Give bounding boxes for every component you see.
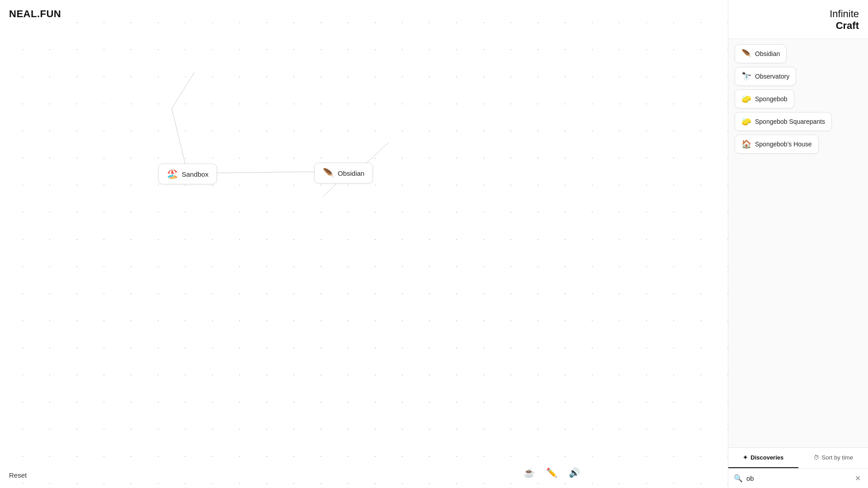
app-logo: NEAL.FUN <box>9 8 61 20</box>
sort-time-icon: ⏱ <box>813 454 819 461</box>
coffee-button[interactable]: ☕ <box>520 464 538 482</box>
observatory-label: Observatory <box>755 73 789 80</box>
reset-button[interactable]: Reset <box>9 471 27 479</box>
spongebob-squarepants-icon: 🧽 <box>741 117 751 127</box>
sidebar: Infinite Craft 🪶Obsidian🔭Observatory🧽Spo… <box>728 0 868 488</box>
sidebar-item-observatory[interactable]: 🔭Observatory <box>735 67 796 86</box>
sidebar-item-spongebob[interactable]: 🧽Spongebob <box>735 89 794 108</box>
spongebob-icon: 🧽 <box>741 94 751 104</box>
connector-lines <box>0 0 728 488</box>
sound-button[interactable]: 🔊 <box>565 464 583 482</box>
discoveries-icon: ✦ <box>743 454 748 461</box>
clear-search-button[interactable]: ✕ <box>853 473 863 483</box>
spongebob-squarepants-label: Spongebob Squarepants <box>755 118 825 125</box>
canvas-element-sandbox[interactable]: 🏖️ Sandbox <box>158 164 217 184</box>
search-bar: 🔍 ✕ <box>728 469 868 488</box>
craft-title: Infinite Craft <box>830 8 859 32</box>
obsidian-icon: 🪶 <box>741 49 751 59</box>
svg-line-0 <box>172 108 185 165</box>
tab-sort-by-time[interactable]: ⏱ Sort by time <box>798 448 868 468</box>
obsidian-canvas-label: Obsidian <box>338 169 364 177</box>
tab-discoveries[interactable]: ✦ Discoveries <box>728 448 798 468</box>
sidebar-item-spongebob-squarepants[interactable]: 🧽Spongebob Squarepants <box>735 112 832 131</box>
sidebar-item-spongebobs-house[interactable]: 🏠Spongebob's House <box>735 135 819 154</box>
tab-bar: ✦ Discoveries ⏱ Sort by time <box>728 448 868 469</box>
search-icon: 🔍 <box>734 474 743 483</box>
search-input[interactable] <box>746 474 849 482</box>
sandbox-icon: 🏖️ <box>167 169 178 179</box>
spongebobs-house-label: Spongebob's House <box>755 141 812 148</box>
svg-line-1 <box>172 72 194 108</box>
obsidian-label: Obsidian <box>755 50 780 57</box>
svg-line-3 <box>210 172 314 173</box>
spongebob-label: Spongebob <box>755 95 788 103</box>
brush-button[interactable]: ✏️ <box>542 464 561 482</box>
obsidian-canvas-icon: 🪶 <box>323 168 334 178</box>
bottom-toolbar: ☕ ✏️ 🔊 <box>520 464 583 482</box>
discoveries-label: Discoveries <box>750 454 783 461</box>
sort-time-label: Sort by time <box>822 454 853 461</box>
spongebobs-house-icon: 🏠 <box>741 139 751 149</box>
sidebar-header: Infinite Craft <box>728 0 868 39</box>
canvas-element-obsidian[interactable]: 🪶 Obsidian <box>314 163 373 183</box>
sidebar-bottom: ✦ Discoveries ⏱ Sort by time 🔍 ✕ <box>728 447 868 488</box>
sidebar-item-obsidian[interactable]: 🪶Obsidian <box>735 44 787 63</box>
observatory-icon: 🔭 <box>741 71 751 81</box>
items-list: 🪶Obsidian🔭Observatory🧽Spongebob🧽Spongebo… <box>728 39 868 447</box>
canvas-area[interactable]: NEAL.FUN 🏖️ Sandbox 🪶 Obsidian Reset ☕ ✏… <box>0 0 728 488</box>
sandbox-label: Sandbox <box>182 170 208 178</box>
